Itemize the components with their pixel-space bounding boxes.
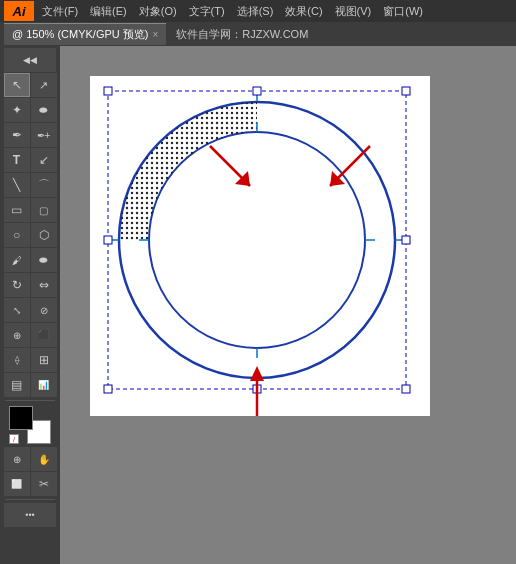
svg-rect-13 <box>253 87 261 95</box>
zoom-tool[interactable]: ⊕ <box>4 447 30 471</box>
tool-row-more: ••• <box>0 503 60 527</box>
foreground-color-swatch[interactable] <box>9 406 33 430</box>
hand-icon: ✋ <box>38 454 50 465</box>
mesh-tool[interactable]: ⊞ <box>31 348 57 372</box>
tool-separator-2 <box>5 499 55 500</box>
touch-type-tool[interactable]: ↙ <box>31 148 57 172</box>
canvas-area[interactable] <box>60 46 516 564</box>
ellipse-icon: ○ <box>13 228 20 242</box>
tool-row-15: ⬜ ✂ <box>0 472 60 496</box>
menu-file[interactable]: 文件(F) <box>36 2 84 21</box>
lasso-icon: ⬬ <box>39 104 48 116</box>
tab-bar: @ 150% (CMYK/GPU 预览) × 软件自学网：RJZXW.COM <box>0 22 516 46</box>
shape-builder-icon: ⊕ <box>13 330 21 341</box>
svg-rect-19 <box>104 236 112 244</box>
line-tool[interactable]: ╲ <box>4 173 30 197</box>
eraser-tool[interactable]: ⬜ <box>4 472 30 496</box>
active-tab[interactable]: @ 150% (CMYK/GPU 预览) × <box>4 23 166 45</box>
menu-effect[interactable]: 效果(C) <box>279 2 328 21</box>
main-layout: ◀◀ ↗ ✦ ⬬ ✒ ✒+ <box>0 46 516 564</box>
touch-type-icon: ↙ <box>39 153 49 167</box>
tab-label: @ 150% (CMYK/GPU 预览) <box>12 27 148 42</box>
add-anchor-icon: ✒+ <box>37 130 51 141</box>
svg-rect-0 <box>108 91 406 389</box>
menu-select[interactable]: 选择(S) <box>231 2 280 21</box>
type-tool[interactable]: T <box>4 148 30 172</box>
zoom-icon: ⊕ <box>13 454 21 465</box>
hand-tool[interactable]: ✋ <box>31 447 57 471</box>
menu-window[interactable]: 窗口(W) <box>377 2 429 21</box>
scissors-tool[interactable]: ✂ <box>31 472 57 496</box>
live-paint-tool[interactable]: ⬛ <box>31 323 57 347</box>
menu-text[interactable]: 文字(T) <box>183 2 231 21</box>
tool-row-7: ○ ⬡ <box>0 223 60 247</box>
shear-tool[interactable]: ⊘ <box>31 298 57 322</box>
rect-icon: ▭ <box>11 203 22 217</box>
scale-icon: ⤡ <box>13 305 21 316</box>
magic-wand-tool[interactable]: ✦ <box>4 98 30 122</box>
chart-icon: 📊 <box>38 380 49 390</box>
mesh-icon: ⊞ <box>39 353 49 367</box>
rotate-icon: ↻ <box>12 278 22 292</box>
add-anchor-tool[interactable]: ✒+ <box>31 123 57 147</box>
arc-tool[interactable]: ⌒ <box>31 173 57 197</box>
brush-tool[interactable]: 🖌 <box>4 248 30 272</box>
type-icon: T <box>13 153 20 167</box>
lasso-tool[interactable]: ⬬ <box>31 98 57 122</box>
more-tools-icon: ••• <box>25 510 34 520</box>
tool-row-14: ⊕ ✋ <box>0 447 60 471</box>
svg-rect-14 <box>402 87 410 95</box>
artboard <box>90 76 430 416</box>
gradient-tool[interactable]: ▤ <box>4 373 30 397</box>
brush-icon: 🖌 <box>12 255 22 266</box>
left-toolbar: ◀◀ ↗ ✦ ⬬ ✒ ✒+ <box>0 46 60 564</box>
pen-icon: ✒ <box>12 128 22 142</box>
menu-object[interactable]: 对象(O) <box>133 2 183 21</box>
reflect-tool[interactable]: ⇔ <box>31 273 57 297</box>
svg-rect-18 <box>104 385 112 393</box>
polygon-tool[interactable]: ⬡ <box>31 223 57 247</box>
tool-row-3: ✒ ✒+ <box>0 123 60 147</box>
arc-icon: ⌒ <box>38 177 50 194</box>
menu-view[interactable]: 视图(V) <box>329 2 378 21</box>
tool-separator-1 <box>5 400 55 401</box>
tool-row-8: 🖌 ⬬ <box>0 248 60 272</box>
tool-row-6: ▭ ▢ <box>0 198 60 222</box>
chart-tool[interactable]: 📊 <box>31 373 57 397</box>
selection-tool[interactable] <box>4 73 30 97</box>
scale-tool[interactable]: ⤡ <box>4 298 30 322</box>
toolbar-collapse-btn[interactable]: ◀◀ <box>4 48 56 72</box>
menu-bar: Ai 文件(F) 编辑(E) 对象(O) 文字(T) 选择(S) 效果(C) 视… <box>0 0 516 22</box>
tab-close-button[interactable]: × <box>152 29 158 40</box>
rounded-rect-tool[interactable]: ▢ <box>31 198 57 222</box>
ellipse-tool[interactable]: ○ <box>4 223 30 247</box>
tool-row-11: ⊕ ⬛ <box>0 323 60 347</box>
shear-icon: ⊘ <box>40 305 48 316</box>
eraser-icon: ⬜ <box>11 479 22 489</box>
rect-tool[interactable]: ▭ <box>4 198 30 222</box>
direct-select-tool[interactable]: ↗ <box>31 73 57 97</box>
more-tools-btn[interactable]: ••• <box>4 503 56 527</box>
blob-brush-tool[interactable]: ⬬ <box>31 248 57 272</box>
gradient-icon: ▤ <box>11 378 22 392</box>
no-fill-icon[interactable]: / <box>9 434 19 444</box>
svg-rect-15 <box>402 236 410 244</box>
pen-tool[interactable]: ✒ <box>4 123 30 147</box>
magic-wand-icon: ✦ <box>12 103 22 117</box>
color-swatch-area: ↔ / <box>9 406 51 444</box>
blob-brush-icon: ⬬ <box>39 254 48 266</box>
arrow-icon <box>12 78 22 92</box>
tool-row-2: ✦ ⬬ <box>0 98 60 122</box>
app-logo: Ai <box>4 1 34 21</box>
perspective-tool[interactable]: ⟠ <box>4 348 30 372</box>
rotate-tool[interactable]: ↻ <box>4 273 30 297</box>
canvas-svg <box>90 76 430 416</box>
svg-marker-25 <box>250 366 264 381</box>
svg-rect-12 <box>104 87 112 95</box>
shape-builder-tool[interactable]: ⊕ <box>4 323 30 347</box>
tool-row-5: ╲ ⌒ <box>0 173 60 197</box>
menu-edit[interactable]: 编辑(E) <box>84 2 133 21</box>
tool-row-13: ▤ 📊 <box>0 373 60 397</box>
live-paint-icon: ⬛ <box>38 330 49 340</box>
direct-select-icon: ↗ <box>39 79 48 92</box>
